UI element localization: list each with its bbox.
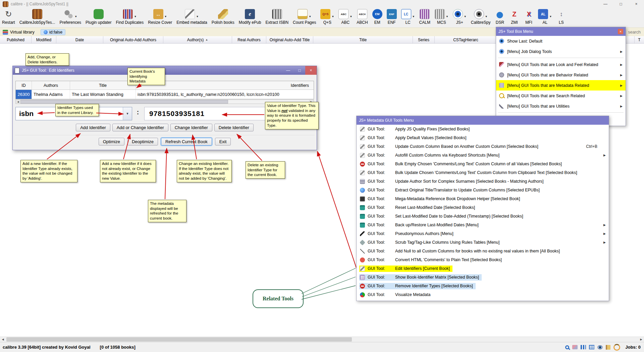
toolbar-button-restart[interactable]: ↻Restart [2, 9, 15, 25]
cell-title[interactable]: The Last Woman Standing [70, 90, 136, 99]
header-authors[interactable]: Authors [32, 81, 70, 90]
menu-item-search-related[interactable]: [Menu] GUI Tools that are Search Related… [496, 91, 626, 101]
menu-item-job-dialog-tools[interactable]: [Menu] Job Dialog Tools▶ [496, 46, 626, 57]
toolbar-button-find-duplicates[interactable]: ▼Find Duplicates [116, 9, 144, 25]
scroll-left-icon[interactable]: ◀ [0, 337, 6, 342]
cover-grid-toggle-icon[interactable] [589, 345, 594, 349]
toolbar-button-abc[interactable]: ABC▼ABC [338, 9, 352, 25]
header-id[interactable]: ID [16, 81, 32, 90]
menu-item-extract-original-title[interactable]: GUI Tool:Extract Original Title/Translat… [357, 186, 609, 194]
dropdown-arrow-icon[interactable]: ▼ [74, 15, 77, 18]
toolbar-button-al[interactable]: AL▼AL [538, 9, 552, 25]
toolbar-button-enf[interactable]: ENFENF [387, 9, 397, 25]
main-horizontal-scrollbar[interactable]: ◀ ▶ [0, 337, 644, 342]
cell-id[interactable]: 26300 [16, 90, 32, 99]
menu-item-autofill-custom-columns[interactable]: GUI Tool:Autofill Custom Columns via Key… [357, 151, 609, 160]
menu-item-remove-identifier-types[interactable]: GUI Tool:Remove Identifier Types [Select… [357, 282, 609, 290]
column-header-t[interactable]: T [635, 36, 644, 43]
scrollbar-track[interactable] [6, 337, 638, 342]
add-identifier-button[interactable]: Add Identifier [76, 124, 110, 131]
header-title[interactable]: Title [70, 81, 136, 90]
menu-item-set-last-modified[interactable]: GUI Tool:Set Last-Modified Date to Date-… [357, 212, 609, 221]
column-header-modified[interactable]: Modified [32, 36, 56, 43]
column-header-authors[interactable]: Author(s)▲ [163, 36, 232, 43]
menu-item-bulk-empty-comments[interactable]: GUI Tool:Bulk Empty Chosen 'Comments/Lon… [357, 160, 609, 168]
toolbar-button-extract-isbn[interactable]: Extract ISBN [265, 9, 288, 25]
toolbar-button-zmi[interactable]: ZZMI [509, 9, 519, 25]
column-header-cstaghierarc[interactable]: CSTagHierarc [435, 36, 497, 43]
optimize-button[interactable]: Optimize [99, 138, 124, 145]
dropdown-arrow-icon[interactable]: ▼ [134, 15, 137, 18]
window-minimize-button[interactable]: — [598, 0, 613, 8]
change-identifier-button[interactable]: Change Identifier [170, 124, 212, 131]
menu-item-metadata-related[interactable]: [Menu] GUI Tools that are Metadata Relat… [496, 80, 626, 91]
menu-item-update-author-sort[interactable]: GUI Tool:Update Author Sort for Complex … [357, 177, 609, 186]
toolbar-button-lc[interactable]: LC▼LC [401, 9, 415, 25]
column-header-series[interactable]: Series [413, 36, 435, 43]
column-header-original-authors[interactable]: Original Auto-Add Authors [103, 36, 163, 43]
menu-item-apply-default-values[interactable]: GUI Tool:Apply Default Values [Selected … [357, 133, 609, 142]
menu-item-edit-identifiers[interactable]: GUI Tool:Edit Identifiers [Current Book] [357, 264, 609, 273]
virtual-library-button[interactable]: Virtual library [0, 29, 37, 35]
menu-item-show-book-identifier-matrix[interactable]: GUI Tool:Show Book-Identifier Matrix [Se… [357, 273, 609, 282]
scrollbar-thumb[interactable] [20, 100, 228, 104]
toolbar-button-count-pages[interactable]: ▼Count Pages [293, 9, 316, 25]
column-header-original-title[interactable]: Original Auto-Add Title [266, 36, 313, 43]
dropdown-arrow-icon[interactable]: ▼ [549, 15, 552, 18]
dropdown-arrow-icon[interactable]: ▼ [309, 15, 311, 18]
menu-item-behavior[interactable]: [Menu] GUI Tools that are Behavior Relat… [496, 70, 626, 80]
menu-item-backup-restore-last-modified[interactable]: GUI Tool:Back up/Restore Last-Modified D… [357, 221, 609, 229]
cover-browser-toggle-icon[interactable] [597, 345, 603, 349]
toolbar-button-ls[interactable]: ↕LS [556, 9, 566, 25]
toolbar-button-dsr[interactable]: DSR [495, 9, 505, 25]
toolbar-button-embed-metadata[interactable]: ▼Embed metadata [176, 9, 207, 25]
toolbar-button-preferences[interactable]: ▼Preferences [59, 9, 81, 25]
cell-identifiers[interactable]: isbn:9781503935181, lc_authority_name:n2… [136, 90, 314, 99]
toolbar-button-mcs[interactable]: ▼MCS [435, 9, 448, 25]
dialog-maximize-button[interactable]: □ [294, 66, 305, 75]
toolbar-button-mfi[interactable]: XMFI [524, 9, 534, 25]
toolbar-button-plugin-updater[interactable]: Plugin updater [86, 9, 111, 25]
jobs-spinner-icon[interactable] [613, 344, 620, 351]
deoptimize-button[interactable]: Deoptimize [127, 138, 158, 145]
toolbar-button-qs[interactable]: Q+S▼Q+S [320, 9, 334, 25]
dropdown-arrow-icon[interactable]: ▼ [331, 15, 334, 18]
menu-item-apply-js-quality-fixes[interactable]: GUI Tool:Apply JS Quality Fixes [Selecte… [357, 125, 609, 133]
cell-authors[interactable]: Thelma Adams [32, 90, 70, 99]
toolbar-button-polish-books[interactable]: Polish books [212, 9, 234, 25]
toolbar-button-library[interactable]: CalibreJobSpyTes... [19, 9, 55, 25]
scrollbar-thumb[interactable] [6, 337, 352, 342]
clear-search-icon[interactable] [572, 345, 578, 349]
column-header-date[interactable]: Date [56, 36, 103, 43]
search-toggle-icon[interactable] [565, 345, 569, 349]
menu-item-utilities[interactable]: [Menu] GUI Tools that are Utilities▶ [496, 101, 626, 111]
book-details-toggle-icon[interactable] [606, 345, 610, 350]
dropdown-arrow-icon[interactable]: ▼ [196, 15, 199, 18]
column-header-real-authors[interactable]: Real Authors [232, 36, 266, 43]
toolbar-button-abch[interactable]: ABCHABCH [357, 9, 368, 25]
menu-item-reset-last-modified[interactable]: GUI Tool:Reset Last-Modified Date [Selec… [357, 203, 609, 212]
menu-item-show-last[interactable]: Show Last: Default [496, 36, 626, 46]
menu-close-button[interactable]: × [618, 29, 623, 34]
menu-item-add-null[interactable]: GUI Tool:Add Null to all Custom Columns … [357, 247, 609, 255]
dialog-close-button[interactable]: × [305, 66, 317, 75]
menu-item-mega-metadata-reference[interactable]: GUI Tool:Mega-Metadata Reference Book Dr… [357, 194, 609, 203]
menu-item-visualize-metadata[interactable]: GUI Tool:Visualize Metadata [357, 290, 609, 299]
dropdown-arrow-icon[interactable]: ▼ [446, 15, 448, 18]
dialog-minimize-button[interactable]: — [282, 66, 294, 75]
dropdown-arrow-icon[interactable]: ▼ [412, 15, 415, 18]
toolbox-menu-titlebar[interactable]: JS+ Tool Box Menu × [496, 27, 626, 36]
refresh-current-book-button[interactable]: Refresh Current Book [161, 138, 212, 145]
add-or-change-identifier-button[interactable]: Add or Change Identifier [112, 124, 168, 131]
menu-item-update-custom-column[interactable]: GUI Tool:Update Custom Column Based on A… [357, 142, 609, 151]
delete-identifier-button[interactable]: Delete Identifier [214, 124, 254, 131]
dropdown-arrow-icon[interactable]: ▼ [485, 15, 488, 18]
column-header-title[interactable]: Title [313, 36, 413, 43]
scroll-right-icon[interactable]: ▶ [638, 337, 644, 342]
menu-item-convert-html-comments[interactable]: GUI Tool:Convert HTML 'Comments' to Plai… [357, 255, 609, 264]
combo-dropdown-button[interactable]: ▼ [123, 107, 132, 120]
menu-item-pseudonymous-authors[interactable]: GUI Tool:Pseudonymous Authors [Menu]▶ [357, 229, 609, 238]
scroll-left-icon[interactable]: ◀ [16, 100, 20, 104]
menu-item-scrub-tags[interactable]: GUI Tool:Scrub Tag/Tag-Like Columns Usin… [357, 238, 609, 247]
dropdown-arrow-icon[interactable]: ▼ [350, 15, 352, 18]
